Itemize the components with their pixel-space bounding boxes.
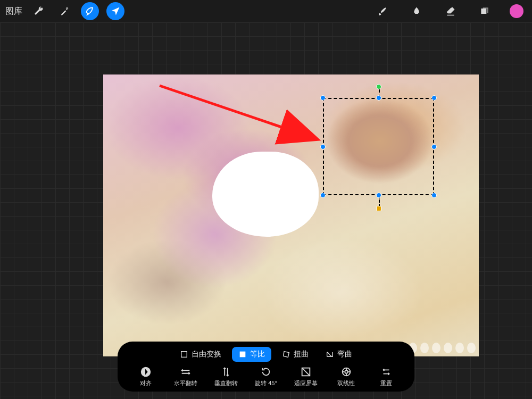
resize-handle-ne[interactable] <box>431 95 437 101</box>
resize-handle-w[interactable] <box>320 144 326 149</box>
mode-uniform-button[interactable]: 等比 <box>232 347 271 362</box>
move-tool-icon[interactable] <box>106 2 124 20</box>
layers-icon[interactable] <box>476 2 494 20</box>
wrench-icon[interactable] <box>30 2 48 20</box>
resize-handle-s[interactable] <box>376 193 381 198</box>
shear-handle[interactable] <box>376 206 381 211</box>
action-label: 重置 <box>380 379 392 387</box>
resize-handle-sw[interactable] <box>320 193 326 198</box>
mode-label: 等比 <box>250 350 265 359</box>
mode-warp-button[interactable]: 弯曲 <box>319 347 359 362</box>
select-tool-icon[interactable] <box>81 2 99 20</box>
action-reset-button[interactable]: 重置 <box>368 366 405 387</box>
action-fit-button[interactable]: 适应屏幕 <box>287 366 325 387</box>
action-label: 双线性 <box>337 379 355 387</box>
action-flip-v-button[interactable]: 垂直翻转 <box>207 366 245 387</box>
top-toolbar: 图库 <box>0 0 532 22</box>
transform-mode-row: 自由变换 等比 扭曲 弯曲 <box>125 347 407 362</box>
mode-freeform-button[interactable]: 自由变换 <box>173 347 228 362</box>
selection-border <box>323 98 434 195</box>
brush-icon[interactable] <box>373 2 392 20</box>
action-snap-button[interactable]: 对齐 <box>127 366 164 387</box>
paint-wash <box>242 223 444 362</box>
canvas-edge-decor <box>409 343 476 353</box>
eraser-icon[interactable] <box>442 2 460 20</box>
svg-marker-4 <box>284 352 289 358</box>
white-blob <box>212 152 319 237</box>
mode-label: 自由变换 <box>192 350 221 359</box>
resize-handle-e[interactable] <box>431 144 437 149</box>
mode-label: 扭曲 <box>294 350 309 359</box>
wand-icon[interactable] <box>55 2 73 20</box>
action-label: 垂直翻转 <box>214 379 238 387</box>
rotate-handle[interactable] <box>376 84 381 89</box>
action-rotate45-button[interactable]: 旋转 45° <box>247 366 285 387</box>
action-label: 对齐 <box>140 379 152 387</box>
mode-distort-button[interactable]: 扭曲 <box>276 347 315 362</box>
action-flip-h-button[interactable]: 水平翻转 <box>167 366 204 387</box>
smudge-icon[interactable] <box>408 2 426 20</box>
resize-handle-nw[interactable] <box>320 95 326 101</box>
action-label: 水平翻转 <box>174 379 197 387</box>
svg-rect-2 <box>181 352 187 358</box>
resize-handle-n[interactable] <box>376 95 381 101</box>
transform-panel: 自由变换 等比 扭曲 弯曲 对齐 水平翻转 垂直翻转 旋转 45° <box>118 342 414 392</box>
transform-action-row: 对齐 水平翻转 垂直翻转 旋转 45° 适应屏幕 双线性 重置 <box>125 366 407 387</box>
resize-handle-se[interactable] <box>431 193 437 198</box>
mode-label: 弯曲 <box>337 350 352 359</box>
color-swatch[interactable] <box>510 4 523 18</box>
gallery-button[interactable]: 图库 <box>5 6 22 17</box>
action-label: 旋转 45° <box>255 379 277 387</box>
top-left-group: 图库 <box>5 2 124 20</box>
top-right-group <box>373 2 523 20</box>
action-label: 适应屏幕 <box>294 379 318 387</box>
svg-point-8 <box>345 370 348 373</box>
svg-rect-3 <box>240 352 246 358</box>
selection-bounding-box[interactable] <box>323 98 434 195</box>
action-bilinear-button[interactable]: 双线性 <box>328 366 365 387</box>
